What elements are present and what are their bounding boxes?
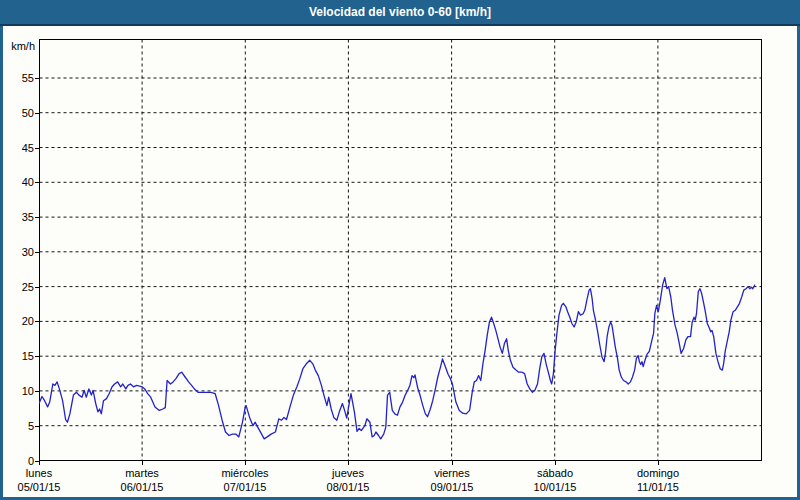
y-axis-tick — [35, 217, 39, 218]
day-date: 07/01/15 — [193, 480, 297, 494]
y-tick-label: 10 — [6, 384, 34, 398]
y-tick-label: 50 — [6, 106, 34, 120]
y-tick-label: 30 — [6, 245, 34, 259]
x-axis-tick — [142, 461, 143, 465]
chart-title: Velocidad del viento 0-60 [km/h] — [309, 5, 491, 19]
y-tick-label: 35 — [6, 210, 34, 224]
plot-area — [39, 39, 762, 461]
x-day-label: jueves08/01/15 — [296, 466, 400, 494]
grid-lines — [40, 40, 762, 461]
y-axis-tick — [35, 252, 39, 253]
x-day-label: martes06/01/15 — [90, 466, 194, 494]
y-axis-tick — [35, 287, 39, 288]
day-date: 06/01/15 — [90, 480, 194, 494]
y-tick-label: 25 — [6, 280, 34, 294]
x-day-label: sábado10/01/15 — [503, 466, 607, 494]
day-date: 10/01/15 — [503, 480, 607, 494]
x-day-label: viernes09/01/15 — [400, 466, 504, 494]
y-axis-tick — [35, 182, 39, 183]
x-axis-tick — [452, 461, 453, 465]
y-tick-label: 20 — [6, 314, 34, 328]
day-name: miércoles — [193, 466, 297, 480]
day-name: lunes — [0, 466, 91, 480]
day-date: 05/01/15 — [0, 480, 91, 494]
wind-speed-line — [39, 278, 755, 439]
x-day-label: lunes05/01/15 — [0, 466, 91, 494]
y-axis-unit-label: km/h — [5, 39, 35, 53]
day-name: jueves — [296, 466, 400, 480]
y-axis-tick — [35, 391, 39, 392]
y-axis-tick — [35, 356, 39, 357]
x-axis-tick — [658, 461, 659, 465]
app-window: Velocidad del viento 0-60 [km/h] km/h 05… — [0, 0, 800, 500]
x-day-label: miércoles07/01/15 — [193, 466, 297, 494]
day-name: sábado — [503, 466, 607, 480]
window-border-left — [0, 26, 3, 500]
day-name: domingo — [606, 466, 710, 480]
y-tick-label: 40 — [6, 175, 34, 189]
x-axis-tick — [348, 461, 349, 465]
day-date: 09/01/15 — [400, 480, 504, 494]
wind-line-chart — [39, 39, 762, 461]
y-axis-tick — [35, 426, 39, 427]
y-tick-label: 55 — [6, 71, 34, 85]
y-tick-label: 45 — [6, 141, 34, 155]
day-date: 11/01/15 — [606, 480, 710, 494]
y-axis-tick — [35, 148, 39, 149]
chart-title-bar[interactable]: Velocidad del viento 0-60 [km/h] — [0, 0, 800, 26]
y-tick-label: 5 — [6, 419, 34, 433]
y-axis-tick — [35, 78, 39, 79]
x-axis-tick — [245, 461, 246, 465]
plot-border — [40, 40, 762, 461]
day-name: martes — [90, 466, 194, 480]
day-date: 08/01/15 — [296, 480, 400, 494]
y-axis-tick — [35, 321, 39, 322]
day-name: viernes — [400, 466, 504, 480]
x-axis-tick — [555, 461, 556, 465]
x-day-label: domingo11/01/15 — [606, 466, 710, 494]
y-axis-tick — [35, 113, 39, 114]
y-tick-label: 15 — [6, 349, 34, 363]
x-axis-tick — [39, 461, 40, 465]
